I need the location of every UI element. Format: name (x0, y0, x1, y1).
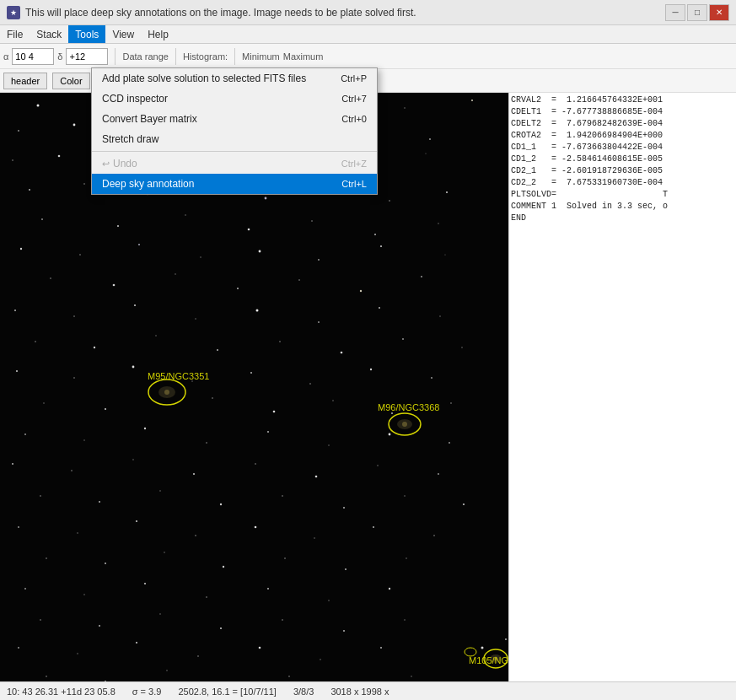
svg-point-110 (377, 465, 378, 466)
menu-item-ccd-inspector[interactable]: CCD inspector Ctrl+7 (92, 89, 377, 109)
fits-header-panel[interactable]: CRVAL2 = 1.216645764332E+001 CDELT1 = -7… (508, 93, 736, 681)
svg-point-29 (389, 200, 390, 202)
svg-point-135 (105, 563, 106, 564)
svg-point-141 (24, 588, 26, 590)
svg-point-98 (144, 428, 146, 429)
svg-point-118 (404, 495, 405, 496)
svg-point-97 (83, 439, 84, 440)
svg-point-161 (380, 647, 382, 649)
svg-point-164 (166, 670, 167, 670)
svg-point-48 (374, 234, 376, 235)
menu-item-stretch-draw[interactable]: Stretch draw (92, 129, 377, 149)
svg-point-55 (318, 259, 320, 261)
svg-point-75 (155, 335, 156, 336)
alpha-input[interactable] (12, 48, 54, 65)
svg-point-64 (421, 276, 422, 277)
svg-point-132 (373, 526, 374, 528)
svg-point-96 (24, 433, 26, 435)
menu-stack[interactable]: Stack (30, 25, 68, 43)
deep-sky-shortcut: Ctrl+L (341, 179, 367, 189)
svg-point-153 (343, 630, 345, 632)
deep-sky-label: Deep sky annotation (102, 178, 194, 190)
menu-item-plate-solve[interactable]: Add plate solve solution to selected FIT… (92, 68, 377, 89)
minimize-button[interactable]: ─ (665, 4, 685, 21)
menu-item-undo[interactable]: ↩ Undo Ctrl+Z (92, 153, 377, 174)
svg-point-39 (494, 657, 498, 661)
svg-point-72 (439, 315, 440, 316)
status-bar: 10: 43 26.31 +11d 23 05.8 σ = 3.9 2502.8… (0, 681, 736, 700)
svg-point-16 (58, 155, 61, 158)
fits-line-2: CDELT2 = 7.679682482639E-004 (511, 118, 734, 130)
svg-point-50 (20, 248, 22, 250)
svg-point-79 (402, 338, 404, 340)
svg-point-101 (328, 444, 329, 445)
svg-point-112 (40, 495, 41, 497)
menu-help[interactable]: Help (141, 25, 175, 43)
svg-point-22 (425, 153, 426, 153)
fits-line-9: COMMENT 1 Solved in 3.3 sec, o (511, 201, 734, 213)
svg-point-104 (12, 463, 13, 465)
svg-point-131 (314, 537, 314, 538)
svg-point-30 (446, 191, 448, 193)
fits-line-4: CD1_1 = -7.673663804422E-004 (511, 142, 734, 153)
histogram-label: Histogram: (183, 51, 228, 62)
toolbar-row1: α δ Data range Histogram: Minimum Maximu… (0, 44, 736, 69)
svg-point-81 (16, 370, 18, 372)
svg-point-43 (41, 218, 43, 220)
svg-point-105 (71, 470, 73, 471)
header-button[interactable]: header (3, 73, 47, 89)
color-button[interactable]: Color (52, 73, 89, 89)
svg-point-119 (463, 503, 465, 505)
svg-point-90 (105, 408, 106, 410)
svg-point-107 (193, 473, 195, 475)
ccd-inspector-shortcut: Ctrl+7 (341, 94, 367, 104)
menu-view[interactable]: View (105, 25, 141, 43)
svg-point-44 (117, 225, 119, 227)
menu-item-bayer-matrix[interactable]: Convert Bayer matrix Ctrl+0 (92, 109, 377, 129)
fits-line-0: CRVAL2 = 1.216645764332E+001 (511, 94, 734, 106)
maximize-button[interactable]: □ (687, 4, 707, 21)
svg-point-1 (37, 105, 40, 107)
svg-point-138 (284, 557, 286, 559)
svg-point-80 (461, 347, 462, 347)
svg-point-94 (391, 412, 393, 414)
close-button[interactable]: ✕ (709, 4, 729, 21)
svg-point-140 (406, 557, 406, 558)
svg-point-117 (343, 507, 345, 509)
fits-line-5: CD1_2 = -2.584614608615E-005 (511, 153, 734, 165)
svg-point-7 (471, 100, 473, 101)
svg-point-157 (136, 642, 137, 643)
svg-point-70 (318, 321, 320, 323)
svg-point-84 (191, 380, 192, 381)
svg-point-111 (438, 473, 439, 475)
svg-point-62 (298, 279, 300, 281)
svg-point-89 (43, 402, 44, 403)
menu-file[interactable]: File (0, 25, 30, 43)
menu-item-deep-sky[interactable]: Deep sky annotation Ctrl+L (92, 174, 377, 194)
menu-tools[interactable]: Tools (68, 25, 105, 43)
svg-point-24 (83, 183, 85, 185)
svg-point-99 (206, 442, 207, 444)
plate-solve-shortcut: Ctrl+P (341, 73, 367, 83)
separator1 (115, 48, 116, 65)
svg-point-61 (237, 288, 239, 289)
plate-solve-label: Add plate solve solution to selected FIT… (102, 73, 306, 84)
svg-point-156 (77, 653, 78, 654)
svg-point-92 (273, 411, 276, 413)
svg-point-52 (138, 244, 140, 245)
svg-point-100 (267, 431, 269, 433)
svg-point-152 (282, 619, 283, 621)
svg-point-69 (256, 310, 259, 312)
svg-point-57 (444, 254, 445, 255)
minimum-label: Minimum (242, 51, 280, 62)
svg-point-27 (265, 197, 267, 200)
fits-line-6: CD2_1 = -2.601918729636E-005 (511, 165, 734, 177)
svg-point-15 (12, 159, 13, 161)
svg-point-168 (411, 676, 411, 676)
svg-point-60 (175, 273, 175, 274)
delta-input[interactable] (66, 48, 108, 65)
svg-point-8 (18, 130, 19, 132)
svg-point-129 (195, 535, 196, 536)
svg-point-113 (99, 501, 100, 503)
svg-point-146 (328, 600, 329, 600)
